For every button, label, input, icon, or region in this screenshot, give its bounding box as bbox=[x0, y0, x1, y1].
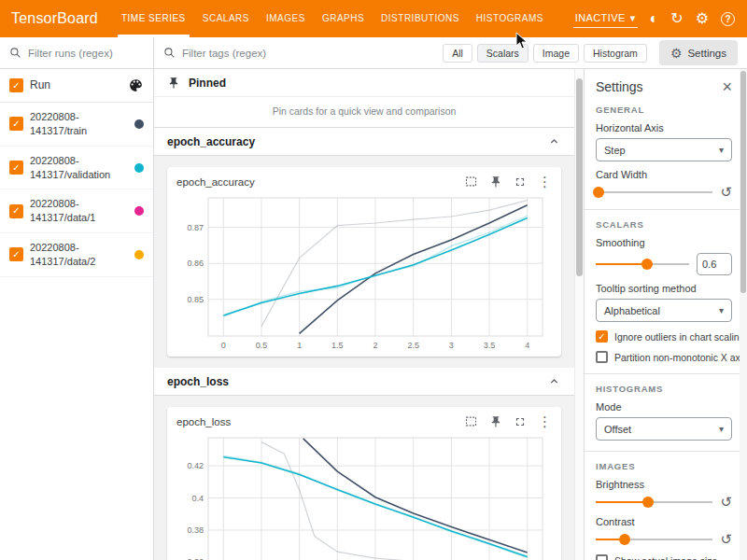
run-label: 20220808-141317/validation bbox=[30, 154, 128, 182]
svg-text:0.4: 0.4 bbox=[191, 494, 204, 503]
palette-icon bbox=[128, 77, 144, 93]
scrollbar-thumb[interactable] bbox=[576, 78, 583, 276]
slider-thumb[interactable] bbox=[642, 497, 654, 508]
tab-graphs[interactable]: GRAPHS bbox=[314, 0, 373, 37]
run-checkbox[interactable]: ✓ bbox=[9, 117, 23, 131]
gear-icon[interactable]: ⚙ bbox=[696, 11, 709, 26]
pinned-hint: Pin cards for a quick view and compariso… bbox=[154, 97, 574, 128]
settings-scrollbar[interactable] bbox=[740, 69, 747, 560]
search-icon bbox=[163, 47, 176, 59]
partition-x-axis-label: Partition non-monotonic X axis bbox=[614, 352, 747, 363]
chart-epoch-loss[interactable]: 00.511.522.533.540.360.380.40.42 bbox=[175, 430, 554, 560]
card-width-slider[interactable] bbox=[596, 186, 712, 199]
slider-thumb[interactable] bbox=[641, 259, 653, 270]
status-dropdown[interactable]: INACTIVE ▾ bbox=[573, 10, 638, 28]
tab-distributions[interactable]: DISTRIBUTIONS bbox=[373, 0, 468, 37]
smoothing-slider[interactable] bbox=[596, 258, 689, 271]
slider-thumb[interactable] bbox=[619, 534, 630, 545]
svg-text:1.5: 1.5 bbox=[331, 341, 344, 350]
run-row-data-2[interactable]: ✓ 20220808-141317/data/2 bbox=[0, 233, 153, 277]
run-row-data-1[interactable]: ✓ 20220808-141317/data/1 bbox=[0, 189, 153, 233]
more-options-icon[interactable]: ⋮ bbox=[538, 175, 552, 189]
section-epoch-loss[interactable]: epoch_loss bbox=[154, 368, 574, 396]
settings-title: Settings bbox=[596, 79, 643, 94]
fullscreen-icon[interactable] bbox=[514, 415, 527, 428]
data-selection-icon[interactable] bbox=[464, 414, 478, 428]
settings-button[interactable]: ⚙ Settings bbox=[659, 40, 738, 65]
horizontal-axis-value: Step bbox=[604, 145, 626, 156]
show-actual-size-label: Show actual image size bbox=[614, 555, 717, 560]
tags-filter-input[interactable] bbox=[182, 48, 436, 59]
divider bbox=[585, 373, 747, 374]
settings-section-general: GENERAL bbox=[596, 105, 732, 115]
svg-text:3.5: 3.5 bbox=[484, 341, 496, 350]
show-actual-size-row[interactable]: ✓ Show actual image size bbox=[596, 554, 732, 560]
chevron-up-icon[interactable] bbox=[547, 374, 561, 388]
app-logo: TensorBoard bbox=[0, 0, 113, 37]
slider-thumb[interactable] bbox=[593, 187, 604, 198]
section-epoch-accuracy[interactable]: epoch_accuracy bbox=[154, 128, 574, 156]
svg-text:0.87: 0.87 bbox=[187, 223, 204, 232]
select-all-runs-checkbox[interactable]: ✓ bbox=[9, 78, 23, 92]
histogram-mode-select[interactable]: Offset ▾ bbox=[596, 417, 732, 441]
tab-time-series[interactable]: TIME SERIES bbox=[113, 0, 194, 37]
brightness-slider[interactable] bbox=[596, 496, 712, 509]
show-actual-size-checkbox[interactable]: ✓ bbox=[596, 554, 608, 560]
ignore-outliers-row[interactable]: ✓ Ignore outliers in chart scaling bbox=[596, 330, 732, 343]
card-header: epoch_loss ⋮ bbox=[175, 411, 554, 430]
partition-x-axis-row[interactable]: ✓ Partition non-monotonic X axis bbox=[596, 351, 732, 363]
smoothing-value-input[interactable] bbox=[697, 253, 732, 275]
tab-scalars[interactable]: SCALARS bbox=[194, 0, 258, 37]
help-icon[interactable]: ? bbox=[721, 12, 735, 26]
right-column: All Scalars Image Histogram ⚙ Settings P… bbox=[154, 37, 747, 560]
chip-scalars[interactable]: Scalars bbox=[477, 44, 529, 63]
refresh-icon[interactable]: ↻ bbox=[670, 11, 683, 26]
run-row-validation[interactable]: ✓ 20220808-141317/validation bbox=[0, 147, 153, 190]
svg-text:4: 4 bbox=[525, 341, 529, 350]
main-scrollbar[interactable] bbox=[574, 69, 584, 560]
more-options-icon[interactable]: ⋮ bbox=[538, 414, 552, 428]
tab-images[interactable]: IMAGES bbox=[258, 0, 314, 37]
run-checkbox[interactable]: ✓ bbox=[9, 204, 23, 218]
chart-epoch-accuracy[interactable]: 00.511.522.533.540.850.860.87 bbox=[175, 190, 554, 355]
theme-contrast-icon[interactable]: ◐ bbox=[650, 11, 659, 26]
ignore-outliers-checkbox[interactable]: ✓ bbox=[596, 330, 608, 343]
pinned-section-header: Pinned bbox=[154, 69, 574, 97]
histogram-mode-value: Offset bbox=[604, 424, 631, 435]
chip-all[interactable]: All bbox=[443, 44, 472, 63]
status-value: INACTIVE bbox=[575, 12, 626, 23]
check-icon: ✓ bbox=[12, 206, 20, 216]
content-row: Pinned Pin cards for a quick view and co… bbox=[154, 69, 747, 560]
reset-icon[interactable]: ↺ bbox=[720, 495, 732, 509]
pin-icon[interactable] bbox=[489, 175, 502, 189]
check-icon: ✓ bbox=[12, 119, 20, 129]
tooltip-sorting-value: Alphabetical bbox=[604, 305, 660, 316]
chevron-down-icon: ▾ bbox=[719, 424, 724, 434]
card-title: epoch_loss bbox=[176, 416, 464, 427]
card-header: epoch_accuracy ⋮ bbox=[175, 171, 554, 190]
chip-histogram[interactable]: Histogram bbox=[584, 44, 647, 63]
data-selection-icon[interactable] bbox=[464, 175, 478, 189]
reset-icon[interactable]: ↺ bbox=[720, 532, 732, 546]
contrast-slider[interactable] bbox=[596, 533, 712, 546]
close-icon[interactable]: × bbox=[722, 78, 732, 95]
svg-text:0.86: 0.86 bbox=[187, 259, 204, 268]
run-checkbox[interactable]: ✓ bbox=[9, 247, 23, 261]
run-checkbox[interactable]: ✓ bbox=[9, 161, 23, 175]
chevron-up-icon[interactable] bbox=[547, 134, 561, 148]
main-nav: TIME SERIES SCALARS IMAGES GRAPHS DISTRI… bbox=[113, 0, 552, 37]
runs-filter-input[interactable] bbox=[28, 48, 144, 59]
chip-image[interactable]: Image bbox=[533, 44, 579, 63]
scrollbar-thumb[interactable] bbox=[740, 71, 746, 293]
fullscreen-icon[interactable] bbox=[514, 175, 527, 189]
runs-list: ✓ Run ✓ 20220808-141317/train ✓ 20220808… bbox=[0, 69, 153, 560]
tooltip-sorting-select[interactable]: Alphabetical ▾ bbox=[596, 299, 732, 322]
pin-icon[interactable] bbox=[489, 415, 502, 428]
run-row-train[interactable]: ✓ 20220808-141317/train bbox=[0, 103, 153, 147]
horizontal-axis-select[interactable]: Step ▾ bbox=[596, 138, 732, 161]
svg-text:2: 2 bbox=[373, 341, 377, 350]
tab-histograms[interactable]: HISTOGRAMS bbox=[468, 0, 552, 37]
partition-x-axis-checkbox[interactable]: ✓ bbox=[596, 351, 608, 363]
check-icon: ✓ bbox=[12, 81, 20, 91]
reset-icon[interactable]: ↺ bbox=[720, 185, 732, 199]
